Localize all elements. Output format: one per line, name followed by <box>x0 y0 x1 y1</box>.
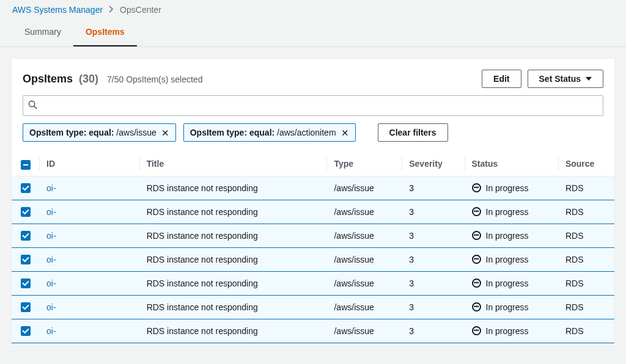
col-header-source[interactable]: Source <box>558 151 614 176</box>
col-header-title[interactable]: Title <box>139 151 327 176</box>
tab-opsitems[interactable]: OpsItems <box>73 18 137 46</box>
row-checkbox[interactable] <box>21 302 31 312</box>
in-progress-icon: ••• <box>472 278 481 288</box>
search-icon <box>28 100 37 111</box>
cell-status: •••In progress <box>472 302 551 312</box>
caret-down-icon <box>586 77 592 81</box>
cell-severity: 3 <box>402 224 464 247</box>
panel-title: OpsItems <box>23 73 73 86</box>
filter-chip-1-label: OpsItem type: equal: <box>190 128 274 137</box>
cell-severity: 3 <box>402 319 464 343</box>
breadcrumb: AWS Systems Manager OpsCenter <box>0 0 626 18</box>
opsitem-id-link[interactable]: oi- <box>46 255 56 264</box>
cell-severity: 3 <box>402 200 464 224</box>
chevron-right-icon <box>109 5 114 15</box>
in-progress-icon: ••• <box>472 207 481 216</box>
filters-row: OpsItem type: equal: /aws/issue ✕ OpsIte… <box>12 123 614 151</box>
table-row[interactable]: oi-RDS instance not responding/aws/issue… <box>12 247 614 271</box>
table-row[interactable]: oi-RDS instance not responding/aws/issue… <box>12 319 614 343</box>
cell-title: RDS instance not responding <box>139 295 327 319</box>
filter-chip-0[interactable]: OpsItem type: equal: /aws/issue ✕ <box>23 123 176 142</box>
cell-source: RDS <box>558 200 614 224</box>
panel-header: OpsItems (30) 7/50 OpsItem(s) selected E… <box>12 70 614 95</box>
close-icon[interactable]: ✕ <box>161 128 169 137</box>
edit-button[interactable]: Edit <box>482 70 521 88</box>
cell-severity: 3 <box>402 176 464 200</box>
in-progress-icon: ••• <box>472 302 481 311</box>
cell-source: RDS <box>558 176 614 200</box>
cell-status: •••In progress <box>472 207 551 217</box>
breadcrumb-root-link[interactable]: AWS Systems Manager <box>12 5 103 15</box>
panel-count: (30) <box>79 73 98 86</box>
cell-title: RDS instance not responding <box>139 271 327 295</box>
cell-source: RDS <box>558 247 614 271</box>
table-row[interactable]: oi-RDS instance not responding/aws/issue… <box>12 295 614 319</box>
cell-title: RDS instance not responding <box>139 200 327 224</box>
cell-source: RDS <box>558 224 614 247</box>
close-icon[interactable]: ✕ <box>341 128 349 137</box>
in-progress-icon: ••• <box>472 326 481 335</box>
clear-filters-button[interactable]: Clear filters <box>378 123 448 142</box>
filter-chip-0-label: OpsItem type: equal: <box>29 128 114 137</box>
cell-type: /aws/issue <box>326 295 402 319</box>
cell-source: RDS <box>558 271 614 295</box>
row-checkbox[interactable] <box>21 231 31 241</box>
filter-chip-1-value: /aws/actionitem <box>277 128 336 137</box>
col-header-type[interactable]: Type <box>326 151 402 176</box>
cell-type: /aws/issue <box>326 247 402 271</box>
row-checkbox[interactable] <box>21 207 31 217</box>
cell-type: /aws/issue <box>326 200 402 224</box>
cell-title: RDS instance not responding <box>139 247 327 271</box>
table-row[interactable]: oi-RDS instance not responding/aws/issue… <box>12 224 614 247</box>
selection-summary: 7/50 OpsItem(s) selected <box>107 75 202 84</box>
search-bar[interactable] <box>23 95 603 116</box>
cell-status: •••In progress <box>472 255 551 264</box>
filter-chip-0-value: /aws/issue <box>116 128 156 137</box>
cell-title: RDS instance not responding <box>139 176 327 200</box>
svg-point-0 <box>29 101 34 106</box>
cell-severity: 3 <box>402 247 464 271</box>
row-checkbox[interactable] <box>21 183 31 193</box>
row-checkbox[interactable] <box>21 278 31 288</box>
cell-type: /aws/issue <box>326 224 402 247</box>
set-status-button[interactable]: Set Status <box>528 70 603 88</box>
set-status-label: Set Status <box>539 74 581 84</box>
table-row[interactable]: oi-RDS instance not responding/aws/issue… <box>12 271 614 295</box>
breadcrumb-current: OpsCenter <box>120 5 161 15</box>
col-header-status[interactable]: Status <box>465 151 558 176</box>
filter-chip-1[interactable]: OpsItem type: equal: /aws/actionitem ✕ <box>183 123 356 142</box>
cell-source: RDS <box>558 319 614 343</box>
cell-source: RDS <box>558 295 614 319</box>
col-header-severity[interactable]: Severity <box>402 151 464 176</box>
opsitems-table: ID Title Type Severity Status Source oi-… <box>12 151 614 343</box>
opsitem-id-link[interactable]: oi- <box>46 183 56 193</box>
cell-severity: 3 <box>402 295 464 319</box>
row-checkbox[interactable] <box>21 326 31 336</box>
cell-status: •••In progress <box>472 278 551 288</box>
svg-line-1 <box>34 106 37 109</box>
col-header-id[interactable]: ID <box>39 151 139 176</box>
opsitems-panel: OpsItems (30) 7/50 OpsItem(s) selected E… <box>11 58 615 344</box>
tabs: Summary OpsItems <box>0 18 626 47</box>
tab-summary[interactable]: Summary <box>12 18 73 46</box>
opsitem-id-link[interactable]: oi- <box>46 326 56 336</box>
opsitem-id-link[interactable]: oi- <box>46 231 56 241</box>
cell-status: •••In progress <box>472 231 551 241</box>
table-row[interactable]: oi-RDS instance not responding/aws/issue… <box>12 200 614 224</box>
opsitem-id-link[interactable]: oi- <box>46 302 56 312</box>
cell-status: •••In progress <box>472 183 551 193</box>
cell-severity: 3 <box>402 271 464 295</box>
opsitem-id-link[interactable]: oi- <box>46 278 56 288</box>
opsitem-id-link[interactable]: oi- <box>46 207 56 217</box>
row-checkbox[interactable] <box>21 255 31 264</box>
cell-title: RDS instance not responding <box>139 224 327 247</box>
search-input[interactable] <box>37 101 598 111</box>
in-progress-icon: ••• <box>472 231 481 240</box>
cell-type: /aws/issue <box>326 271 402 295</box>
in-progress-icon: ••• <box>472 183 481 192</box>
select-all-checkbox[interactable] <box>21 160 31 170</box>
table-row[interactable]: oi-RDS instance not responding/aws/issue… <box>12 176 614 200</box>
cell-type: /aws/issue <box>326 176 402 200</box>
in-progress-icon: ••• <box>472 255 481 264</box>
cell-type: /aws/issue <box>326 319 402 343</box>
